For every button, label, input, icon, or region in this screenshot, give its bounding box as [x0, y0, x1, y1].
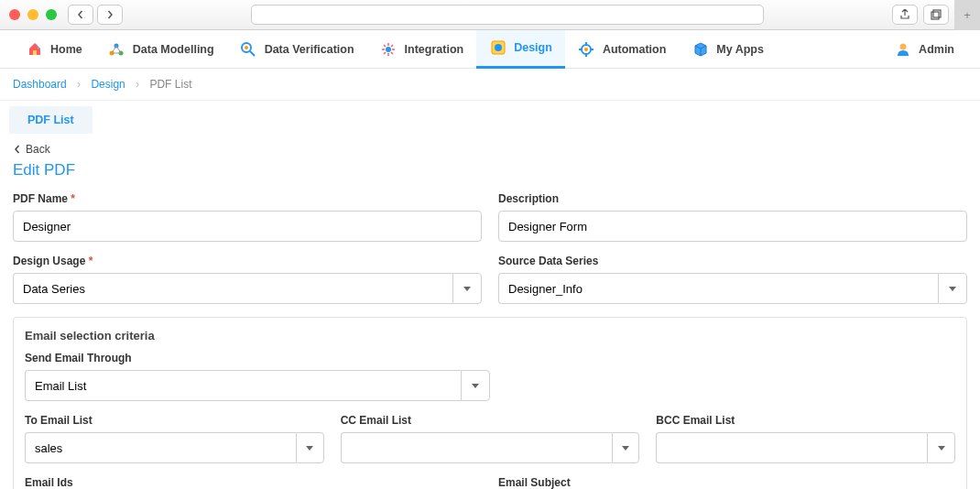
- back-button[interactable]: Back: [13, 143, 50, 156]
- integration-icon: [380, 40, 397, 58]
- subtab-bar: PDF List: [0, 101, 980, 134]
- gear-icon: [578, 40, 595, 58]
- main-nav: Home Data Modelling Data Verification In…: [0, 30, 980, 69]
- nav-admin-label: Admin: [919, 43, 954, 56]
- browser-chrome: +: [0, 0, 980, 30]
- design-usage-dropdown-button[interactable]: [452, 273, 482, 304]
- design-icon: [489, 39, 506, 57]
- caret-down-icon: [306, 446, 313, 451]
- svg-rect-0: [931, 12, 939, 19]
- pdf-name-input[interactable]: [13, 211, 482, 242]
- crumb-dashboard[interactable]: Dashboard: [13, 78, 67, 91]
- main-content: Back Edit PDF PDF Name Description Desig…: [0, 134, 980, 489]
- nav-design[interactable]: Design: [476, 30, 565, 69]
- forward-browser-button[interactable]: [97, 5, 123, 25]
- crumb-current: PDF List: [149, 78, 191, 91]
- new-tab-button[interactable]: +: [954, 0, 980, 30]
- design-usage-label: Design Usage: [13, 255, 482, 267]
- caret-down-icon: [938, 446, 945, 451]
- send-email-through-dropdown-button[interactable]: [461, 370, 490, 401]
- email-subject-label: Email Subject: [498, 476, 955, 489]
- send-email-through-label: Send Email Through: [25, 352, 955, 364]
- breadcrumb: Dashboard › Design › PDF List: [0, 69, 980, 101]
- design-usage-select[interactable]: [13, 273, 452, 304]
- nav-data-verification-label: Data Verification: [265, 43, 354, 56]
- to-email-dropdown-button[interactable]: [296, 432, 324, 463]
- back-browser-button[interactable]: [68, 5, 93, 25]
- email-section: Email selection criteria Send Email Thro…: [13, 317, 967, 489]
- nav-admin[interactable]: Admin: [881, 30, 967, 69]
- svg-rect-2: [33, 50, 37, 55]
- window-controls: [9, 9, 57, 20]
- share-button[interactable]: [892, 5, 918, 25]
- nav-buttons: [68, 5, 123, 25]
- nav-design-label: Design: [514, 41, 552, 54]
- maximize-window-icon[interactable]: [46, 9, 57, 20]
- caret-down-icon: [463, 287, 471, 291]
- nav-automation[interactable]: Automation: [565, 30, 679, 69]
- close-window-icon[interactable]: [9, 9, 20, 20]
- chevron-right-icon: ›: [136, 78, 139, 91]
- home-icon: [26, 40, 43, 58]
- magnifier-icon: [240, 40, 257, 58]
- email-section-title: Email selection criteria: [25, 329, 955, 342]
- nav-integration-label: Integration: [405, 43, 464, 56]
- caret-down-icon: [622, 446, 629, 451]
- description-input[interactable]: [498, 211, 967, 242]
- back-label: Back: [26, 143, 50, 156]
- apps-icon: [691, 40, 709, 58]
- url-bar[interactable]: [251, 5, 764, 25]
- tabs-button[interactable]: [923, 5, 949, 25]
- nav-home[interactable]: Home: [13, 30, 95, 69]
- nav-data-modelling[interactable]: Data Modelling: [95, 30, 227, 69]
- chevron-left-icon: [13, 145, 22, 154]
- chevron-right-icon: ›: [77, 78, 81, 91]
- bcc-email-label: BCC Email List: [656, 414, 955, 427]
- cc-email-select[interactable]: [341, 432, 612, 463]
- to-email-select[interactable]: [25, 432, 296, 463]
- svg-point-7: [245, 46, 248, 49]
- svg-point-10: [495, 44, 502, 51]
- nav-home-label: Home: [50, 43, 82, 56]
- cc-email-label: CC Email List: [341, 414, 640, 427]
- caret-down-icon: [949, 287, 956, 291]
- svg-rect-1: [933, 10, 941, 17]
- svg-point-13: [899, 43, 906, 49]
- nav-my-apps-label: My Apps: [716, 43, 764, 56]
- bcc-email-dropdown-button[interactable]: [927, 432, 955, 463]
- svg-point-12: [584, 48, 588, 51]
- caret-down-icon: [472, 384, 479, 388]
- cc-email-dropdown-button[interactable]: [612, 432, 640, 463]
- minimize-window-icon[interactable]: [27, 9, 38, 20]
- svg-point-8: [386, 47, 391, 52]
- nav-my-apps[interactable]: My Apps: [679, 30, 777, 69]
- pdf-name-label: PDF Name: [13, 192, 482, 205]
- page-title: Edit PDF: [13, 161, 967, 179]
- nav-automation-label: Automation: [603, 43, 666, 56]
- description-label: Description: [498, 192, 967, 205]
- tab-pdf-list[interactable]: PDF List: [9, 106, 93, 134]
- network-icon: [108, 40, 125, 58]
- nav-data-modelling-label: Data Modelling: [133, 43, 214, 56]
- source-data-series-select[interactable]: [498, 273, 938, 304]
- crumb-design[interactable]: Design: [91, 78, 125, 91]
- user-icon: [894, 40, 911, 58]
- nav-integration[interactable]: Integration: [367, 30, 477, 69]
- bcc-email-select[interactable]: [656, 432, 927, 463]
- email-ids-label: Email Ids: [25, 476, 482, 489]
- source-data-series-label: Source Data Series: [498, 255, 967, 267]
- to-email-label: To Email List: [25, 414, 324, 427]
- source-data-series-dropdown-button[interactable]: [938, 273, 967, 304]
- send-email-through-select[interactable]: [25, 370, 461, 401]
- nav-data-verification[interactable]: Data Verification: [227, 30, 367, 69]
